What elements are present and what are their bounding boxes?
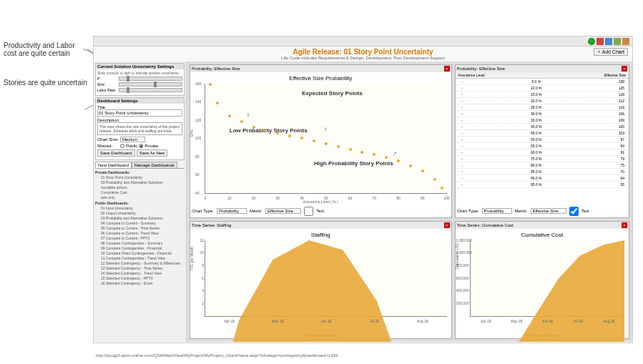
arrow-right-icon: → <box>457 163 467 167</box>
chart2-metric-select[interactable]: Effective Size <box>531 208 566 214</box>
arrow-right-icon: → <box>457 99 467 103</box>
assurance-pct: 33.0 % <box>467 118 606 122</box>
add-chart-button[interactable]: Add Chart <box>594 48 628 56</box>
tree-item[interactable]: 02 Output Uncertainty <box>95 211 185 216</box>
uncertainty-slider-0[interactable]: P: <box>97 77 182 81</box>
uncertainty-slider-1[interactable]: Size: <box>97 82 182 87</box>
tool-icon-1[interactable] <box>597 38 604 45</box>
public-dashboards-group[interactable]: Public Dashboards: <box>95 201 185 206</box>
assurance-list[interactable]: →5.0 %139→10.0 %125→15.0 %118→20.0 %112→… <box>456 79 629 205</box>
tree-item[interactable]: 03 Probability and Alternative Solutions <box>95 180 185 185</box>
tree-item[interactable]: 16 Selected Contingency - Excel <box>95 281 185 286</box>
assurance-row[interactable]: →95.0 %55 <box>457 182 627 188</box>
close-icon[interactable]: × <box>444 66 450 72</box>
uncertainty-slider-2[interactable]: Labor Rate: <box>97 88 182 92</box>
tree-item[interactable]: 12 Selected Contingency - Summary & Mile… <box>95 261 185 266</box>
assurance-row[interactable]: →15.0 %118 <box>457 92 627 98</box>
slider-label: Labor Rate: <box>97 88 117 92</box>
tree-item[interactable]: 14 Selected Contingency - Trend View <box>95 271 185 276</box>
charts-area: Probability: Effective Size × Effective … <box>187 62 632 342</box>
title-input[interactable] <box>97 109 182 117</box>
close-icon[interactable]: × <box>622 66 627 72</box>
chart1-plot[interactable]: Expected Story Points Low Probability St… <box>205 84 447 194</box>
slider-thumb[interactable] <box>154 82 157 87</box>
x-tick: 30 <box>275 196 280 200</box>
save-as-new-button[interactable]: Save As New <box>137 149 168 157</box>
chart1-text-checkbox[interactable] <box>304 207 313 216</box>
x-tick: 100 <box>443 196 449 200</box>
tree-item[interactable]: 06 Compare to Current - Trend View <box>95 231 185 236</box>
tab-new-dashboard[interactable]: New Dashboard <box>95 162 132 168</box>
assurance-row[interactable]: →50.0 %97 <box>457 137 627 143</box>
assurance-row[interactable]: →90.0 %64 <box>457 175 627 182</box>
chart1-charttype-select[interactable]: Probability <box>217 208 247 214</box>
assurance-row[interactable]: →25.0 %116 <box>457 104 627 111</box>
slider-track[interactable] <box>119 88 182 92</box>
chart2-col2: Effective Size <box>604 73 626 77</box>
tree-item[interactable]: complete picture <box>95 185 185 190</box>
data-point <box>337 145 340 148</box>
x-tick: May 18 <box>272 319 283 323</box>
assurance-pct: 25.0 % <box>467 105 606 109</box>
reload-icon[interactable] <box>588 38 595 45</box>
tree-item[interactable]: 01 Story Point Uncertainty <box>95 175 185 180</box>
chart2-text-checkbox[interactable] <box>569 207 579 216</box>
private-radio[interactable] <box>139 144 143 148</box>
y-tick: 140 <box>195 99 201 104</box>
assurance-val: 118 <box>606 92 627 97</box>
chart2-charttype-select[interactable]: Probability <box>482 208 512 214</box>
tree-item[interactable]: 03 Probability and Alternative Solutions <box>95 216 185 221</box>
tab-manage-dashboards[interactable]: Manage Dashboards <box>132 162 177 168</box>
tree-item[interactable]: 07 Compare to Current - PPTX <box>95 236 185 241</box>
uncertainty-hint: Slide controls to right to indicate grea… <box>97 71 182 75</box>
assurance-row[interactable]: →20.0 %112 <box>457 98 627 104</box>
slider-thumb[interactable] <box>127 87 129 93</box>
close-icon[interactable]: × <box>444 222 450 228</box>
slider-track[interactable] <box>119 77 182 81</box>
assurance-row[interactable]: →55.0 %94 <box>457 143 627 149</box>
tree-item[interactable]: 04 Compare to Current - Summary <box>95 221 185 226</box>
chart3-plot[interactable]: 24681012Apr 18May 18Jun 18Jul 18Aug 18 <box>205 240 447 317</box>
tree-item[interactable]: 13 Selected Contingency - Time Series <box>95 266 185 271</box>
tree-item[interactable]: 05 Compare to Current - Time Series <box>95 226 185 231</box>
assurance-val: 125 <box>606 86 627 90</box>
tool-icon-4[interactable] <box>622 38 629 45</box>
arrow-right-icon: → <box>457 131 467 135</box>
tree-item[interactable]: 10 Compare Fixed Contingencies - Financi… <box>95 251 185 256</box>
assurance-row[interactable]: →5.0 %139 <box>457 79 627 85</box>
private-dashboards-group[interactable]: Private Dashboards: <box>95 170 185 175</box>
assurance-row[interactable]: →75.0 %79 <box>457 156 627 162</box>
assurance-pct: 40.0 % <box>467 124 606 129</box>
assurance-row[interactable]: →40.0 %100 <box>457 124 627 130</box>
tree-item[interactable]: 11 Compare Contingencies - Trend View <box>95 256 185 261</box>
assurance-val: 106 <box>606 112 627 116</box>
chart-size-select[interactable]: Medium <box>120 137 145 142</box>
close-icon[interactable]: × <box>622 222 627 228</box>
assurance-row[interactable]: →30.0 %106 <box>457 111 627 117</box>
tool-icon-3[interactable] <box>614 38 621 45</box>
tree-item[interactable]: 08 Compare Contingencies - Summary <box>95 241 185 246</box>
description-textarea[interactable]: This view shows the size uncertainty of … <box>97 122 182 135</box>
assurance-row[interactable]: →60.0 %91 <box>457 149 627 156</box>
slider-track[interactable] <box>119 82 182 87</box>
tree-item[interactable]: Cumulative Cost <box>95 190 185 195</box>
chart4-plot[interactable]: 200,000400,000600,000800,0001,000,0001,2… <box>470 240 624 317</box>
data-point <box>385 156 388 159</box>
chart1-metric-select[interactable]: Effective Size <box>265 208 301 214</box>
assurance-row[interactable]: →10.0 %125 <box>457 85 627 92</box>
tree-item[interactable]: size only <box>95 195 185 200</box>
tree-item[interactable]: 09 Compare Contingencies - Financial <box>95 246 185 251</box>
assurance-row[interactable]: →85.0 %70 <box>457 169 627 175</box>
tree-item[interactable]: 01 Input Uncertainty <box>95 206 185 211</box>
x-tick: 60 <box>348 196 353 200</box>
slider-thumb[interactable] <box>127 76 129 82</box>
assurance-row[interactable]: →33.0 %109 <box>457 117 627 124</box>
save-dashboard-button[interactable]: Save Dashboard <box>97 149 135 157</box>
tool-icon-2[interactable] <box>605 38 612 45</box>
assurance-row[interactable]: →80.0 %75 <box>457 162 627 169</box>
window-toolbar <box>94 36 632 46</box>
tree-item[interactable]: 15 Selected Contingency - PPTX <box>95 276 185 281</box>
public-radio[interactable] <box>120 144 124 148</box>
assurance-pct: 50.0 % <box>467 137 606 142</box>
assurance-row[interactable]: →45.0 %103 <box>457 130 627 137</box>
